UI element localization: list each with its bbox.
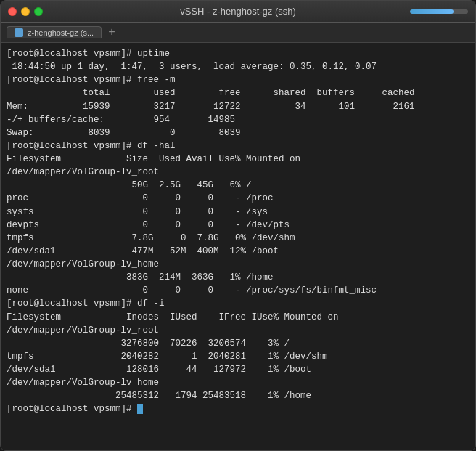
titlebar: vSSH - z-henghost-gz (ssh) (1, 1, 475, 23)
minimize-button[interactable] (21, 7, 30, 16)
terminal-output: Swap: 8039 0 8039 (7, 126, 469, 139)
terminal-output: 50G 2.5G 45G 6% / (7, 179, 469, 192)
terminal-output: sysfs 0 0 0 - /sys (7, 206, 469, 219)
terminal-output: -/+ buffers/cache: 954 14985 (7, 113, 469, 126)
terminal-output: 25485312 1794 25483518 1% /home (7, 389, 469, 402)
progress-bar (410, 9, 468, 14)
tab-icon (15, 28, 23, 37)
new-tab-button[interactable]: + (104, 25, 119, 40)
close-button[interactable] (8, 7, 17, 16)
progress-fill (410, 9, 454, 14)
terminal-prompt: [root@localhost vpsmm]# df -hal (7, 139, 469, 153)
tab-main[interactable]: z-henghost-gz (s... (7, 26, 102, 38)
terminal-output: /dev/mapper/VolGroup-lv_root (7, 166, 469, 179)
window-title: vSSH - z-henghost-gz (ssh) (180, 6, 296, 17)
terminal-output: none 0 0 0 - /proc/sys/fs/binfmt_misc (7, 284, 469, 297)
terminal-cursor (137, 404, 143, 414)
traffic-lights (8, 7, 43, 16)
terminal-output: Filesystem Size Used Avail Use% Mounted … (7, 153, 469, 166)
terminal-output: tmpfs 2040282 1 2040281 1% /dev/shm (7, 350, 469, 363)
terminal-output: proc 0 0 0 - /proc (7, 192, 469, 205)
terminal-prompt: [root@localhost vpsmm]# (7, 402, 469, 415)
terminal-output: 18:44:50 up 1 day, 1:47, 3 users, load a… (7, 60, 469, 73)
terminal-output: 3276800 70226 3206574 3% / (7, 337, 469, 350)
terminal-output: Filesystem Inodes IUsed IFree IUse% Moun… (7, 311, 469, 324)
tabbar: z-henghost-gz (s... + (1, 23, 475, 43)
terminal-output: devpts 0 0 0 - /dev/pts (7, 219, 469, 232)
terminal-output: tmpfs 7.8G 0 7.8G 0% /dev/shm (7, 232, 469, 245)
terminal-prompt: [root@localhost vpsmm]# df -i (7, 297, 469, 310)
terminal-output: Mem: 15939 3217 12722 34 101 2161 (7, 100, 469, 113)
maximize-button[interactable] (34, 7, 43, 16)
terminal-output: /dev/mapper/VolGroup-lv_home (7, 376, 469, 389)
terminal-window: vSSH - z-henghost-gz (ssh) z-henghost-gz… (0, 0, 476, 451)
terminal-output: /dev/sda1 477M 52M 400M 12% /boot (7, 245, 469, 258)
terminal-output: /dev/mapper/VolGroup-lv_root (7, 324, 469, 337)
terminal-prompt: [root@localhost vpsmm]# uptime (7, 47, 469, 60)
terminal-prompt: [root@localhost vpsmm]# free -m (7, 73, 469, 86)
terminal-content[interactable]: [root@localhost vpsmm]# uptime 18:44:50 … (1, 43, 475, 450)
terminal-output: /dev/sda1 128016 44 127972 1% /boot (7, 363, 469, 376)
terminal-output: total used free shared buffers cached (7, 86, 469, 99)
tab-label: z-henghost-gz (s... (28, 28, 94, 37)
terminal-output: /dev/mapper/VolGroup-lv_home (7, 258, 469, 271)
terminal-output: 383G 214M 363G 1% /home (7, 271, 469, 284)
